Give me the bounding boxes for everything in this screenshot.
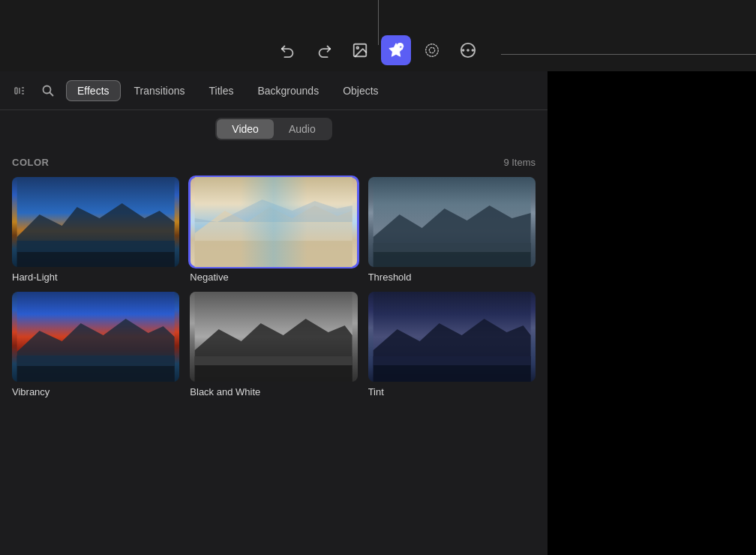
- svg-rect-21: [195, 177, 352, 267]
- toggle-bar: Video Audio: [0, 110, 548, 148]
- svg-point-8: [463, 50, 464, 51]
- effects-grid: Hard-Light: [12, 177, 536, 398]
- effect-tint[interactable]: Tint: [368, 292, 536, 398]
- effect-label-hard-light: Hard-Light: [12, 272, 179, 283]
- svg-line-16: [50, 92, 54, 96]
- svg-rect-20: [17, 241, 175, 252]
- tab-transitions[interactable]: Transitions: [124, 81, 196, 100]
- effect-threshold[interactable]: Threshold: [368, 177, 536, 283]
- effect-black-and-white[interactable]: Black and White: [190, 292, 357, 398]
- effect-thumb-hard-light: [12, 177, 179, 267]
- svg-marker-22: [195, 206, 352, 267]
- tab-effects[interactable]: Effects: [66, 80, 121, 101]
- tab-backgrounds[interactable]: Backgrounds: [247, 81, 329, 100]
- svg-rect-32: [17, 356, 175, 366]
- effect-hard-light[interactable]: Hard-Light: [12, 177, 179, 283]
- section-title: COLOR: [12, 157, 49, 168]
- tab-titles[interactable]: Titles: [199, 81, 244, 100]
- toolbar: ★: [0, 0, 756, 71]
- effect-thumb-tint: [368, 292, 536, 382]
- effect-label-tint: Tint: [368, 386, 536, 398]
- effect-label-vibrancy: Vibrancy: [12, 386, 179, 398]
- svg-marker-24: [195, 200, 352, 222]
- effects-star-button[interactable]: ★: [381, 35, 411, 65]
- effect-label-threshold: Threshold: [368, 272, 536, 283]
- svg-point-15: [44, 86, 51, 93]
- more-button[interactable]: [453, 35, 483, 65]
- svg-point-1: [356, 46, 358, 49]
- collapse-button[interactable]: [9, 80, 30, 101]
- redo-button[interactable]: [309, 35, 339, 65]
- svg-rect-28: [373, 243, 530, 252]
- svg-rect-10: [15, 88, 17, 94]
- undo-button[interactable]: [273, 35, 303, 65]
- horizontal-line: [501, 54, 756, 55]
- svg-point-7: [472, 50, 474, 51]
- svg-point-6: [467, 50, 469, 51]
- nav-bar: Effects Transitions Titles Backgrounds O…: [0, 71, 548, 110]
- svg-point-4: [426, 44, 439, 57]
- photos-button[interactable]: [345, 35, 375, 65]
- audio-toggle[interactable]: Audio: [274, 119, 331, 139]
- svg-rect-36: [195, 356, 352, 365]
- effect-negative[interactable]: Negative: [190, 177, 357, 283]
- effects-content: COLOR 9 Items: [0, 148, 548, 406]
- svg-point-5: [429, 47, 434, 52]
- effect-thumb-threshold: [368, 177, 536, 267]
- video-toggle[interactable]: Video: [217, 119, 274, 139]
- badge-button[interactable]: [417, 35, 447, 65]
- svg-rect-23: [195, 241, 352, 267]
- effects-panel: Effects Transitions Titles Backgrounds O…: [0, 71, 548, 555]
- effect-vibrancy[interactable]: Vibrancy: [12, 292, 179, 398]
- effect-thumb-vibrancy: [12, 292, 179, 382]
- effect-label-bw: Black and White: [190, 386, 357, 398]
- effect-label-negative: Negative: [190, 272, 357, 283]
- section-header: COLOR 9 Items: [12, 157, 536, 168]
- search-button[interactable]: [36, 79, 60, 103]
- tab-objects[interactable]: Objects: [332, 81, 388, 100]
- svg-rect-40: [373, 356, 530, 365]
- vertical-line: [378, 0, 379, 45]
- section-count: 9 Items: [503, 157, 536, 168]
- right-panel: [548, 71, 756, 555]
- svg-text:★: ★: [398, 44, 404, 50]
- effect-thumb-bw: [190, 292, 357, 382]
- video-audio-toggle: Video Audio: [215, 118, 332, 140]
- effect-thumb-negative: [190, 177, 357, 267]
